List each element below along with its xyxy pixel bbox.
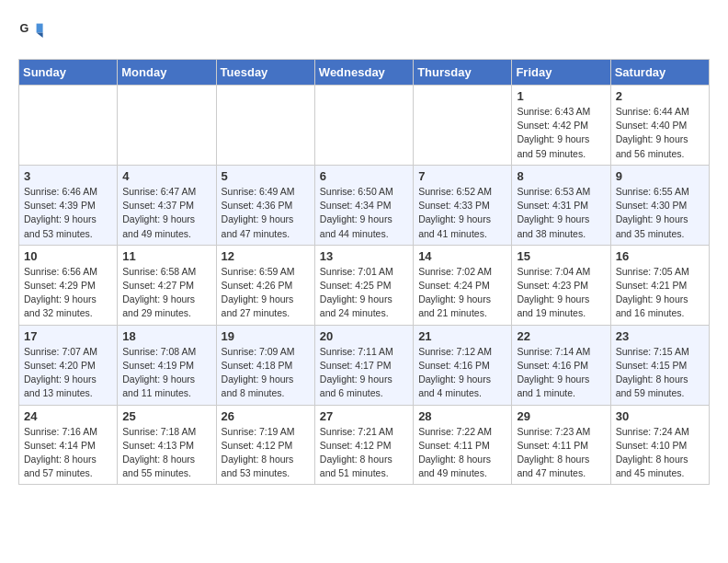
day-info: Sunrise: 7:09 AM Sunset: 4:18 PM Dayligh… xyxy=(222,345,310,401)
calendar-cell: 2Sunrise: 6:44 AM Sunset: 4:40 PM Daylig… xyxy=(610,86,709,166)
calendar-cell: 8Sunrise: 6:53 AM Sunset: 4:31 PM Daylig… xyxy=(512,165,610,245)
day-info: Sunrise: 7:16 AM Sunset: 4:14 PM Dayligh… xyxy=(24,425,112,481)
calendar-cell: 28Sunrise: 7:22 AM Sunset: 4:11 PM Dayli… xyxy=(414,405,512,485)
col-header-thursday: Thursday xyxy=(414,60,512,86)
calendar-cell xyxy=(314,86,413,166)
day-number: 8 xyxy=(517,169,605,183)
day-info: Sunrise: 6:56 AM Sunset: 4:29 PM Dayligh… xyxy=(24,265,112,321)
day-info: Sunrise: 7:15 AM Sunset: 4:15 PM Dayligh… xyxy=(616,345,704,401)
calendar-cell: 14Sunrise: 7:02 AM Sunset: 4:24 PM Dayli… xyxy=(414,245,512,325)
col-header-friday: Friday xyxy=(512,60,610,86)
day-number: 9 xyxy=(616,169,704,183)
calendar-cell: 22Sunrise: 7:14 AM Sunset: 4:16 PM Dayli… xyxy=(512,325,610,405)
calendar-cell: 5Sunrise: 6:49 AM Sunset: 4:36 PM Daylig… xyxy=(216,165,314,245)
day-info: Sunrise: 6:50 AM Sunset: 4:34 PM Dayligh… xyxy=(320,185,408,241)
day-number: 28 xyxy=(418,409,506,423)
day-number: 10 xyxy=(24,249,112,263)
calendar-cell: 21Sunrise: 7:12 AM Sunset: 4:16 PM Dayli… xyxy=(414,325,512,405)
day-number: 25 xyxy=(122,409,210,423)
day-info: Sunrise: 7:02 AM Sunset: 4:24 PM Dayligh… xyxy=(418,265,506,321)
col-header-tuesday: Tuesday xyxy=(216,60,314,86)
day-number: 12 xyxy=(222,249,310,263)
calendar-cell: 26Sunrise: 7:19 AM Sunset: 4:12 PM Dayli… xyxy=(216,405,314,485)
col-header-wednesday: Wednesday xyxy=(314,60,413,86)
day-info: Sunrise: 7:14 AM Sunset: 4:16 PM Dayligh… xyxy=(517,345,605,401)
calendar-cell: 1Sunrise: 6:43 AM Sunset: 4:42 PM Daylig… xyxy=(512,86,610,166)
header: G xyxy=(18,18,710,44)
calendar-table: SundayMondayTuesdayWednesdayThursdayFrid… xyxy=(18,59,710,485)
day-info: Sunrise: 6:59 AM Sunset: 4:26 PM Dayligh… xyxy=(222,265,310,321)
day-info: Sunrise: 6:44 AM Sunset: 4:40 PM Dayligh… xyxy=(616,105,704,161)
day-number: 20 xyxy=(320,329,408,343)
calendar-cell: 12Sunrise: 6:59 AM Sunset: 4:26 PM Dayli… xyxy=(216,245,314,325)
day-number: 27 xyxy=(320,409,408,423)
calendar-cell: 29Sunrise: 7:23 AM Sunset: 4:11 PM Dayli… xyxy=(512,405,610,485)
day-number: 30 xyxy=(616,409,704,423)
day-number: 29 xyxy=(517,409,605,423)
day-number: 3 xyxy=(24,169,112,183)
day-number: 26 xyxy=(222,409,310,423)
calendar-cell xyxy=(216,86,314,166)
col-header-monday: Monday xyxy=(118,60,216,86)
calendar-cell: 27Sunrise: 7:21 AM Sunset: 4:12 PM Dayli… xyxy=(314,405,413,485)
day-info: Sunrise: 7:18 AM Sunset: 4:13 PM Dayligh… xyxy=(122,425,210,481)
day-info: Sunrise: 7:12 AM Sunset: 4:16 PM Dayligh… xyxy=(418,345,506,401)
day-info: Sunrise: 7:07 AM Sunset: 4:20 PM Dayligh… xyxy=(24,345,112,401)
calendar-cell: 23Sunrise: 7:15 AM Sunset: 4:15 PM Dayli… xyxy=(610,325,709,405)
day-info: Sunrise: 6:43 AM Sunset: 4:42 PM Dayligh… xyxy=(517,105,605,161)
col-header-saturday: Saturday xyxy=(610,60,709,86)
day-number: 7 xyxy=(418,169,506,183)
calendar-cell: 10Sunrise: 6:56 AM Sunset: 4:29 PM Dayli… xyxy=(19,245,118,325)
day-info: Sunrise: 7:23 AM Sunset: 4:11 PM Dayligh… xyxy=(517,425,605,481)
logo-icon: G xyxy=(18,18,44,44)
day-number: 24 xyxy=(24,409,112,423)
day-info: Sunrise: 7:24 AM Sunset: 4:10 PM Dayligh… xyxy=(616,425,704,481)
day-info: Sunrise: 6:46 AM Sunset: 4:39 PM Dayligh… xyxy=(24,185,112,241)
day-info: Sunrise: 6:49 AM Sunset: 4:36 PM Dayligh… xyxy=(222,185,310,241)
day-info: Sunrise: 6:53 AM Sunset: 4:31 PM Dayligh… xyxy=(517,185,605,241)
calendar-cell xyxy=(118,86,216,166)
day-number: 15 xyxy=(517,249,605,263)
calendar-cell: 11Sunrise: 6:58 AM Sunset: 4:27 PM Dayli… xyxy=(118,245,216,325)
calendar-cell: 17Sunrise: 7:07 AM Sunset: 4:20 PM Dayli… xyxy=(19,325,118,405)
day-number: 14 xyxy=(418,249,506,263)
day-info: Sunrise: 7:05 AM Sunset: 4:21 PM Dayligh… xyxy=(616,265,704,321)
day-number: 2 xyxy=(616,89,704,103)
day-number: 4 xyxy=(122,169,210,183)
day-number: 18 xyxy=(122,329,210,343)
day-info: Sunrise: 6:58 AM Sunset: 4:27 PM Dayligh… xyxy=(122,265,210,321)
svg-text:G: G xyxy=(19,22,28,35)
calendar-cell: 18Sunrise: 7:08 AM Sunset: 4:19 PM Dayli… xyxy=(118,325,216,405)
calendar-cell: 7Sunrise: 6:52 AM Sunset: 4:33 PM Daylig… xyxy=(414,165,512,245)
day-info: Sunrise: 6:47 AM Sunset: 4:37 PM Dayligh… xyxy=(122,185,210,241)
calendar-cell: 4Sunrise: 6:47 AM Sunset: 4:37 PM Daylig… xyxy=(118,165,216,245)
calendar-cell: 19Sunrise: 7:09 AM Sunset: 4:18 PM Dayli… xyxy=(216,325,314,405)
day-number: 1 xyxy=(517,89,605,103)
calendar-cell: 3Sunrise: 6:46 AM Sunset: 4:39 PM Daylig… xyxy=(19,165,118,245)
day-info: Sunrise: 7:19 AM Sunset: 4:12 PM Dayligh… xyxy=(222,425,310,481)
calendar-cell: 9Sunrise: 6:55 AM Sunset: 4:30 PM Daylig… xyxy=(610,165,709,245)
logo: G xyxy=(18,18,48,44)
day-info: Sunrise: 7:22 AM Sunset: 4:11 PM Dayligh… xyxy=(418,425,506,481)
day-number: 13 xyxy=(320,249,408,263)
calendar-cell: 13Sunrise: 7:01 AM Sunset: 4:25 PM Dayli… xyxy=(314,245,413,325)
calendar-cell: 15Sunrise: 7:04 AM Sunset: 4:23 PM Dayli… xyxy=(512,245,610,325)
day-info: Sunrise: 6:55 AM Sunset: 4:30 PM Dayligh… xyxy=(616,185,704,241)
calendar-cell: 24Sunrise: 7:16 AM Sunset: 4:14 PM Dayli… xyxy=(19,405,118,485)
day-number: 22 xyxy=(517,329,605,343)
calendar-cell: 6Sunrise: 6:50 AM Sunset: 4:34 PM Daylig… xyxy=(314,165,413,245)
day-info: Sunrise: 7:08 AM Sunset: 4:19 PM Dayligh… xyxy=(122,345,210,401)
day-number: 16 xyxy=(616,249,704,263)
day-number: 17 xyxy=(24,329,112,343)
day-info: Sunrise: 7:21 AM Sunset: 4:12 PM Dayligh… xyxy=(320,425,408,481)
calendar-cell: 20Sunrise: 7:11 AM Sunset: 4:17 PM Dayli… xyxy=(314,325,413,405)
day-info: Sunrise: 7:01 AM Sunset: 4:25 PM Dayligh… xyxy=(320,265,408,321)
day-number: 11 xyxy=(122,249,210,263)
day-info: Sunrise: 7:04 AM Sunset: 4:23 PM Dayligh… xyxy=(517,265,605,321)
day-number: 19 xyxy=(222,329,310,343)
calendar-cell: 30Sunrise: 7:24 AM Sunset: 4:10 PM Dayli… xyxy=(610,405,709,485)
calendar-cell: 16Sunrise: 7:05 AM Sunset: 4:21 PM Dayli… xyxy=(610,245,709,325)
calendar-cell: 25Sunrise: 7:18 AM Sunset: 4:13 PM Dayli… xyxy=(118,405,216,485)
col-header-sunday: Sunday xyxy=(19,60,118,86)
day-number: 6 xyxy=(320,169,408,183)
